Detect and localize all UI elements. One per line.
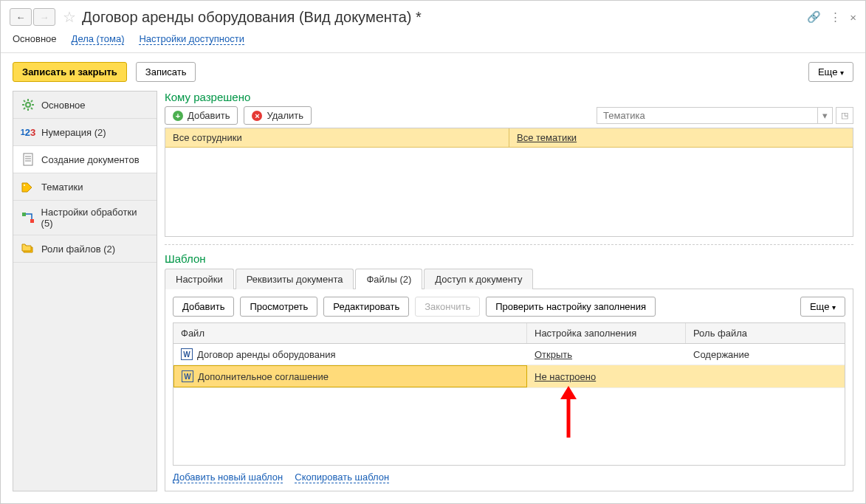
sidebar-item-thematics[interactable]: Тематики bbox=[13, 173, 157, 201]
sidebar-item-main[interactable]: Основное bbox=[13, 92, 157, 119]
main-toolbar: Записать и закрыть Записать Еще ▾ bbox=[1, 53, 865, 91]
svg-point-13 bbox=[24, 184, 25, 186]
sidebar-label: Роли файлов (2) bbox=[41, 244, 115, 255]
sidebar-item-file-roles[interactable]: Роли файлов (2) bbox=[13, 235, 157, 263]
setup-link[interactable]: Не настроено bbox=[535, 371, 596, 382]
svg-line-8 bbox=[31, 100, 32, 102]
link-icon[interactable]: 🔗 bbox=[807, 10, 821, 24]
file-check-button[interactable]: Проверить настройку заполнения bbox=[486, 297, 656, 317]
sidebar-item-doc-creation[interactable]: Создание документов bbox=[13, 146, 157, 173]
save-button[interactable]: Записать bbox=[136, 62, 196, 82]
col-file[interactable]: Файл bbox=[173, 323, 527, 343]
file-row[interactable]: W Договор аренды оборудования Открыть Со… bbox=[173, 344, 845, 365]
sidebar-item-numeration[interactable]: 123 Нумерация (2) bbox=[13, 119, 157, 146]
file-row[interactable]: W Дополнительное соглашение Не настроено bbox=[173, 365, 845, 388]
page-title: Договор аренды оборудования (Вид докумен… bbox=[82, 9, 807, 26]
kebab-icon[interactable]: ⋮ bbox=[830, 10, 841, 24]
thematic-input[interactable] bbox=[597, 107, 818, 124]
thematic-dropdown[interactable]: ▾ bbox=[818, 107, 833, 124]
more-button[interactable]: Еще ▾ bbox=[808, 62, 853, 82]
folders-icon bbox=[21, 241, 35, 256]
template-links: Добавить новый шаблон Скопировать шаблон bbox=[173, 466, 845, 483]
tab-doc-access[interactable]: Доступ к документу bbox=[424, 269, 533, 289]
x-icon: × bbox=[252, 111, 262, 121]
add-template-link[interactable]: Добавить новый шаблон bbox=[173, 472, 283, 483]
file-add-button[interactable]: Добавить bbox=[173, 297, 234, 317]
sidebar-item-processing[interactable]: Настройки обработки (5) bbox=[13, 201, 157, 235]
tab-main[interactable]: Основное bbox=[13, 33, 57, 45]
delete-button[interactable]: × Удалить bbox=[244, 106, 312, 125]
svg-rect-9 bbox=[24, 153, 32, 165]
template-tabs: Настройки Реквизиты документа Файлы (2) … bbox=[165, 268, 853, 289]
file-edit-button[interactable]: Редактировать bbox=[323, 297, 409, 317]
col-setup[interactable]: Настройка заполнения bbox=[527, 323, 686, 343]
sidebar-label: Нумерация (2) bbox=[41, 127, 106, 138]
tab-settings[interactable]: Настройки bbox=[165, 269, 234, 289]
file-name: Договор аренды оборудования bbox=[197, 349, 335, 360]
file-name: Дополнительное соглашение bbox=[198, 371, 329, 382]
divider bbox=[165, 244, 853, 245]
save-close-button[interactable]: Записать и закрыть bbox=[13, 62, 127, 82]
file-more-button[interactable]: Еще ▾ bbox=[800, 297, 845, 317]
col-role[interactable]: Роль файла bbox=[686, 323, 845, 343]
file-finish-button: Закончить bbox=[415, 297, 480, 317]
flow-icon bbox=[21, 210, 35, 225]
back-button[interactable]: ← bbox=[10, 8, 32, 26]
permitted-section: Кому разрешено + Добавить × Удалить ▾ ◳ bbox=[165, 91, 853, 237]
add-button[interactable]: + Добавить bbox=[165, 106, 238, 125]
template-section: Шаблон Настройки Реквизиты документа Фай… bbox=[165, 252, 853, 491]
svg-line-5 bbox=[24, 100, 25, 102]
sidebar-label: Основное bbox=[41, 100, 86, 111]
svg-line-6 bbox=[31, 108, 32, 109]
sidebar-label: Тематики bbox=[41, 182, 83, 193]
star-icon[interactable]: ☆ bbox=[63, 8, 76, 26]
file-role: Содержание bbox=[686, 344, 845, 365]
gear-icon bbox=[21, 97, 35, 112]
forward-button[interactable]: → bbox=[33, 8, 55, 26]
tab-requisites[interactable]: Реквизиты документа bbox=[236, 269, 354, 289]
numbers-icon: 123 bbox=[21, 125, 35, 139]
permitted-title: Кому разрешено bbox=[165, 91, 853, 103]
sidebar: Основное 123 Нумерация (2) Создание доку… bbox=[13, 91, 157, 491]
plus-icon: + bbox=[173, 111, 183, 121]
svg-rect-14 bbox=[22, 213, 26, 216]
file-role bbox=[686, 365, 845, 387]
tags-icon bbox=[21, 179, 35, 194]
word-icon: W bbox=[182, 370, 193, 382]
setup-link[interactable]: Открыть bbox=[535, 349, 572, 360]
tab-files[interactable]: Файлы (2) bbox=[355, 269, 422, 289]
thematic-popup[interactable]: ◳ bbox=[836, 107, 853, 124]
file-table-head: Файл Настройка заполнения Роль файла bbox=[173, 323, 845, 344]
permitted-table: Все сотрудники Все тематики bbox=[165, 128, 853, 237]
tab-access-settings[interactable]: Настройки доступности bbox=[139, 33, 244, 45]
close-icon[interactable]: × bbox=[850, 11, 856, 24]
file-view-button[interactable]: Просмотреть bbox=[240, 297, 317, 317]
permitted-row[interactable]: Все сотрудники Все тематики bbox=[165, 128, 853, 148]
titlebar: ← → ☆ Договор аренды оборудования (Вид д… bbox=[1, 1, 865, 33]
top-tabs: Основное Дела (тома) Настройки доступнос… bbox=[1, 33, 865, 53]
document-icon bbox=[21, 152, 35, 167]
svg-line-7 bbox=[24, 108, 25, 109]
tab-cases[interactable]: Дела (тома) bbox=[72, 33, 125, 45]
sidebar-label: Настройки обработки (5) bbox=[41, 207, 149, 229]
employees-cell: Все сотрудники bbox=[165, 128, 509, 147]
template-title: Шаблон bbox=[165, 252, 853, 265]
sidebar-label: Создание документов bbox=[41, 154, 140, 165]
arrow-annotation-icon bbox=[557, 386, 580, 438]
svg-rect-15 bbox=[30, 219, 34, 223]
file-table: Файл Настройка заполнения Роль файла W Д… bbox=[173, 322, 845, 466]
copy-template-link[interactable]: Скопировать шаблон bbox=[295, 472, 389, 483]
thematics-cell[interactable]: Все тематики bbox=[509, 128, 853, 147]
word-icon: W bbox=[181, 348, 193, 360]
svg-point-0 bbox=[26, 103, 30, 107]
